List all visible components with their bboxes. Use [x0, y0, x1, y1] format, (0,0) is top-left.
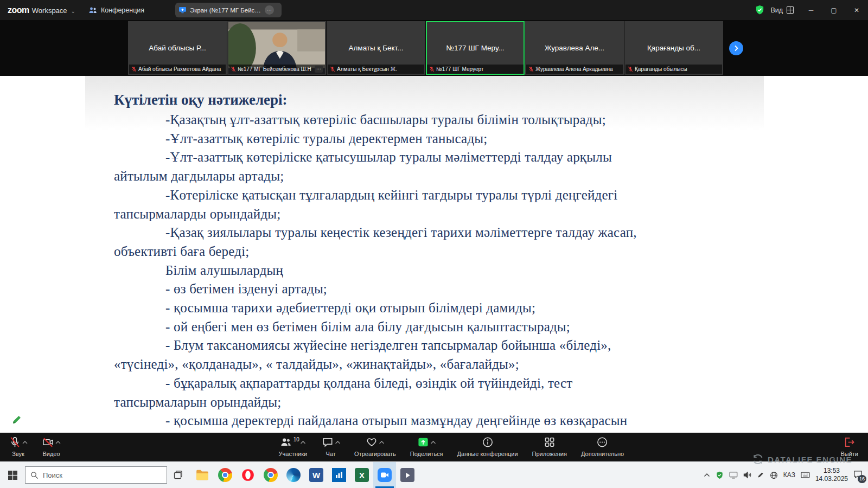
task-view-button[interactable] [167, 464, 189, 486]
mic-muted-icon [628, 66, 633, 72]
minimize-button[interactable]: ─ [800, 0, 822, 20]
opera-button[interactable] [237, 462, 259, 488]
close-button[interactable]: ✕ [845, 0, 868, 20]
share-options-chevron[interactable] [431, 436, 436, 446]
tray-expand-chevron-icon[interactable] [704, 473, 710, 477]
slide-title: Күтілетін оқу нәтижелері: [85, 90, 764, 110]
slide-text-line: - Блум таксаномиясы жүйесіне негізделген… [85, 336, 764, 355]
security-shield-icon[interactable] [755, 5, 765, 15]
participants-button[interactable]: 10 Участники [279, 436, 308, 457]
camera-off-icon [42, 436, 54, 448]
blue-app-button[interactable] [328, 462, 350, 488]
media-player-icon [400, 468, 414, 482]
slide-text-line: тапсырмаларын орындайды; [85, 393, 764, 412]
video-strip: Абай облысы Р... Абай облысы Рахметова А… [0, 20, 868, 76]
taskbar-clock[interactable]: 13:53 14.03.2025 [815, 467, 848, 483]
mic-muted-icon [429, 66, 435, 72]
screen-share-icon [178, 7, 187, 14]
participant-menu-button[interactable]: ⋯ [315, 66, 323, 73]
excel-button[interactable]: X [350, 462, 373, 488]
slide-text-line: - өз бетімен ізденуі артады; [85, 280, 764, 299]
file-explorer-button[interactable] [191, 462, 214, 488]
conference-icon [88, 6, 97, 15]
participants-options-chevron[interactable] [301, 436, 306, 446]
tab-conference[interactable]: Конференция [81, 0, 152, 20]
tray-pen-icon[interactable] [757, 471, 764, 479]
chat-options-chevron[interactable] [335, 436, 340, 446]
video-tiles: Абай облысы Р... Абай облысы Рахметова А… [128, 21, 723, 75]
maximize-button[interactable]: ▢ [822, 0, 845, 20]
slide-text-line: объективті баға береді; [85, 242, 764, 261]
participant-tile[interactable]: Абай облысы Р... Абай облысы Рахметова А… [128, 21, 227, 75]
play-icon [404, 472, 411, 479]
share-label: Поделиться [410, 451, 443, 457]
system-tray: КАЗ 13:53 14.03.2025 16 [704, 462, 868, 488]
chat-button[interactable]: Чат [321, 436, 340, 457]
chart-app-icon [332, 468, 346, 482]
toolbar-center-group: 10 Участники Чат Отреагировать [279, 436, 624, 457]
tray-display-icon[interactable] [729, 471, 738, 479]
tray-volume-icon[interactable] [743, 471, 751, 479]
audio-button[interactable]: Звук [9, 436, 28, 457]
participant-tile[interactable]: №177 МГ Бейсембекова Ш.Н ⋯ [227, 21, 326, 75]
more-label: Дополнительно [581, 451, 624, 457]
meeting-info-button[interactable]: Данные конференции [457, 436, 518, 457]
language-indicator[interactable]: КАЗ [783, 471, 795, 479]
tab-more-icon[interactable]: ⋯ [265, 5, 274, 15]
toolbar-right-group: Выйти [840, 436, 858, 457]
audio-options-chevron[interactable] [22, 436, 28, 446]
apps-label: Приложения [532, 451, 567, 457]
mic-muted-icon [231, 66, 236, 72]
zoom-app-icon [378, 468, 392, 482]
slide-text-line: «түсінеді», «қолданады», « талдайды», «ж… [85, 355, 764, 374]
participant-tile[interactable]: №177 ШГ Меру... №177 ШГ Меруерт ⋯ [426, 21, 525, 75]
more-button[interactable]: Дополнительно [581, 436, 624, 457]
chrome-button-2[interactable] [259, 462, 282, 488]
start-button[interactable] [0, 462, 25, 488]
tab-screen-share[interactable]: Экран (№177 МГ Бейсембеков ⋯ [175, 3, 282, 17]
participant-label-bar: Абай облысы Рахметова Айдана ⋯ [129, 65, 226, 74]
share-screen-button[interactable]: Поделиться [410, 436, 443, 457]
participant-label: Абай облысы Рахметова Айдана [138, 66, 221, 72]
participant-label: №177 ШГ Меруерт [436, 66, 483, 72]
annotate-pencil-button[interactable] [10, 413, 24, 427]
video-button[interactable]: Видео [42, 436, 61, 457]
video-options-chevron[interactable] [55, 436, 61, 446]
participant-label: №177 МГ Бейсембекова Ш.Н [238, 66, 311, 72]
word-button[interactable]: W [305, 462, 328, 488]
zoom-app-button[interactable] [373, 462, 396, 488]
notification-center-button[interactable]: 16 [853, 470, 863, 481]
mic-muted-icon [131, 66, 137, 72]
slide-text-line: -Қазақтың ұлт-азаттық көтеріліс басшылар… [85, 111, 764, 130]
react-button[interactable]: Отреагировать [354, 436, 396, 457]
keyboard-icon[interactable] [801, 472, 810, 478]
titlebar: zoom Workspace ⌄ Конференция Экран (№177… [0, 0, 868, 20]
slide-text-line: -Қазақ зиялылары туралы кеңестік кезеңде… [85, 223, 764, 242]
chrome-button-1[interactable] [214, 462, 237, 488]
participant-tile[interactable]: Журавлева Але... Журавлева Алена Аркадье… [525, 21, 624, 75]
slide-text-line: -Ұлт-азаттық көтеріліске қатысушылар тур… [85, 148, 764, 167]
leave-meeting-button[interactable]: Выйти [840, 436, 858, 457]
media-app-button[interactable] [396, 462, 419, 488]
participants-icon [280, 436, 292, 448]
next-participants-button[interactable] [729, 41, 743, 55]
edge-button[interactable] [282, 462, 305, 488]
chat-label: Чат [326, 451, 335, 457]
tray-network-icon[interactable] [770, 471, 778, 479]
participant-tile[interactable]: Қарағанды об... Қарағанды обылысы ⋯ [624, 21, 723, 75]
tray-antivirus-icon[interactable] [716, 471, 724, 479]
participant-tile[interactable]: Алматы қ Бект... Алматы қ Бектұрсын Ж. ⋯ [327, 21, 425, 75]
participant-label-bar: Журавлева Алена Аркадьевна ⋯ [526, 65, 623, 74]
notification-count-badge: 16 [858, 475, 866, 483]
react-options-chevron[interactable] [379, 436, 385, 446]
view-label: Вид [770, 7, 783, 14]
apps-button[interactable]: Приложения [532, 436, 567, 457]
react-label: Отреагировать [354, 451, 396, 457]
workspace-chevron-icon[interactable]: ⌄ [71, 8, 75, 14]
windows-taskbar: W X КАЗ [0, 461, 868, 488]
zoom-camera-icon [380, 471, 389, 479]
view-button[interactable]: Вид [765, 6, 800, 14]
taskbar-search[interactable] [25, 466, 167, 484]
search-input[interactable] [43, 471, 151, 479]
participant-label: Алматы қ Бектұрсын Ж. [337, 66, 397, 72]
